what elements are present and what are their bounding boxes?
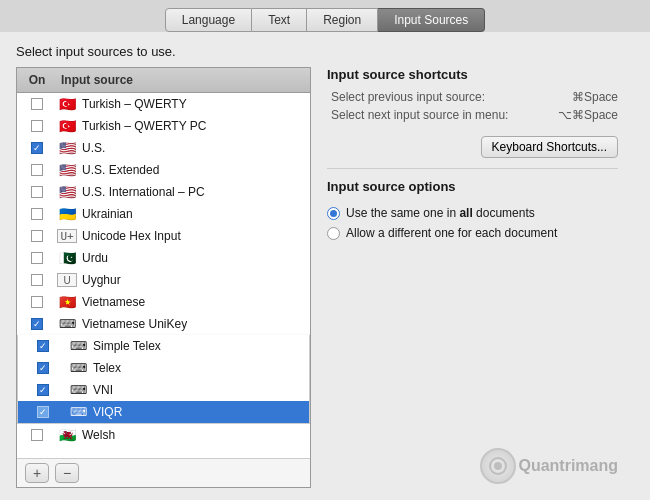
flag-urdu: 🇵🇰 — [57, 251, 77, 265]
flag-vietnamese: 🇻🇳 — [57, 295, 77, 309]
item-label-us: U.S. — [82, 141, 310, 155]
list-item[interactable]: U+ Unicode Hex Input — [17, 225, 310, 247]
watermark-icon — [480, 448, 516, 484]
list-item[interactable]: 🇺🇸 U.S. — [17, 137, 310, 159]
flag-us-extended: 🇺🇸 — [57, 163, 77, 177]
list-item[interactable]: 🇹🇷 Turkish – QWERTY PC — [17, 115, 310, 137]
checkbox-cell[interactable] — [17, 164, 57, 176]
checkbox-cell[interactable] — [17, 252, 57, 264]
tab-bar: Language Text Region Input Sources — [0, 0, 650, 32]
radio-row-different[interactable]: Allow a different one for each document — [327, 226, 618, 240]
checkbox-cell[interactable] — [18, 406, 68, 418]
tab-region[interactable]: Region — [307, 8, 378, 32]
list-header-source: Input source — [57, 71, 310, 89]
item-label-uyghur: Uyghur — [82, 273, 310, 287]
checkbox-cell[interactable] — [17, 429, 57, 441]
dropdown-item[interactable]: ⌨ Simple Telex — [18, 335, 309, 357]
checkbox-cell[interactable] — [17, 318, 57, 330]
dropdown-item-selected[interactable]: ⌨ VIQR — [18, 401, 309, 423]
tab-text[interactable]: Text — [252, 8, 307, 32]
radio-row-same[interactable]: Use the same one in all documents — [327, 206, 618, 220]
item-label-turkish-qwerty-pc: Turkish – QWERTY PC — [82, 119, 310, 133]
checkbox-cell[interactable] — [17, 296, 57, 308]
list-item[interactable]: U Uyghur — [17, 269, 310, 291]
list-body[interactable]: 🇹🇷 Turkish – QWERTY 🇹🇷 Turkish – QWERTY … — [17, 93, 310, 458]
flag-us-intl: 🇺🇸 — [57, 185, 77, 199]
list-item[interactable]: ⌨ Vietnamese UniKey — [17, 313, 310, 335]
item-label-viqr: VIQR — [93, 405, 309, 419]
checkbox-us[interactable] — [31, 142, 43, 154]
flag-turkish-qwerty-pc: 🇹🇷 — [57, 119, 77, 133]
list-item[interactable]: 🇺🇸 U.S. Extended — [17, 159, 310, 181]
right-panel: Input source shortcuts Select previous i… — [311, 67, 634, 488]
shortcut-row-next: Select next input source in menu: ⌥⌘Spac… — [327, 108, 618, 122]
checkbox-vni[interactable] — [37, 384, 49, 396]
checkbox-welsh[interactable] — [31, 429, 43, 441]
checkbox-us-intl[interactable] — [31, 186, 43, 198]
radio-label-same-all: Use the same one in all documents — [346, 206, 535, 220]
svg-point-0 — [494, 462, 502, 470]
shortcut-key-next: ⌥⌘Space — [558, 108, 618, 122]
checkbox-cell[interactable] — [17, 120, 57, 132]
checkbox-cell[interactable] — [17, 98, 57, 110]
checkbox-telex[interactable] — [37, 362, 49, 374]
dropdown-item[interactable]: ⌨ Telex — [18, 357, 309, 379]
input-source-list: On Input source 🇹🇷 Turkish – QWERTY — [16, 67, 311, 488]
shortcuts-title: Input source shortcuts — [327, 67, 618, 82]
list-item[interactable]: 🇺🇦 Ukrainian — [17, 203, 310, 225]
checkbox-vietnamese[interactable] — [31, 296, 43, 308]
checkbox-viet-unikey[interactable] — [31, 318, 43, 330]
list-item[interactable]: 🇵🇰 Urdu — [17, 247, 310, 269]
checkbox-turkish-qwerty-pc[interactable] — [31, 120, 43, 132]
checkbox-cell[interactable] — [17, 142, 57, 154]
flag-ukrainian: 🇺🇦 — [57, 207, 77, 221]
checkbox-cell[interactable] — [17, 274, 57, 286]
gear-icon — [488, 456, 508, 476]
flag-simple-telex: ⌨ — [68, 339, 88, 353]
checkbox-urdu[interactable] — [31, 252, 43, 264]
watermark-area: Quantrimang — [327, 246, 618, 488]
checkbox-ukrainian[interactable] — [31, 208, 43, 220]
list-item[interactable]: 🏴󠁧󠁢󠁷󠁬󠁳󠁿 Welsh — [17, 424, 310, 446]
radio-label-different-each: Allow a different one for each document — [346, 226, 557, 240]
checkbox-cell[interactable] — [17, 208, 57, 220]
flag-turkish-qwerty: 🇹🇷 — [57, 97, 77, 111]
checkbox-cell[interactable] — [17, 186, 57, 198]
tab-language[interactable]: Language — [165, 8, 252, 32]
keyboard-shortcuts-button[interactable]: Keyboard Shortcuts... — [481, 136, 618, 158]
checkbox-cell[interactable] — [18, 340, 68, 352]
flag-uyghur: U — [57, 273, 77, 287]
dropdown-item[interactable]: ⌨ VNI — [18, 379, 309, 401]
tab-input-sources[interactable]: Input Sources — [378, 8, 485, 32]
select-label: Select input sources to use. — [16, 44, 634, 59]
radio-different-each[interactable] — [327, 227, 340, 240]
checkbox-viqr[interactable] — [37, 406, 49, 418]
divider — [327, 168, 618, 169]
flag-us: 🇺🇸 — [57, 141, 77, 155]
checkbox-cell[interactable] — [17, 230, 57, 242]
checkbox-cell[interactable] — [18, 362, 68, 374]
main-area: On Input source 🇹🇷 Turkish – QWERTY — [16, 67, 634, 488]
checkbox-cell[interactable] — [18, 384, 68, 396]
content-area: Select input sources to use. On Input so… — [0, 32, 650, 500]
checkbox-simple-telex[interactable] — [37, 340, 49, 352]
remove-button[interactable]: − — [55, 463, 79, 483]
shortcut-label-next: Select next input source in menu: — [331, 108, 508, 122]
item-label-telex: Telex — [93, 361, 309, 375]
checkbox-turkish-qwerty[interactable] — [31, 98, 43, 110]
checkbox-uyghur[interactable] — [31, 274, 43, 286]
list-item[interactable]: 🇹🇷 Turkish – QWERTY — [17, 93, 310, 115]
options-section: Use the same one in all documents Allow … — [327, 206, 618, 246]
shortcut-key-prev: ⌘Space — [572, 90, 618, 104]
list-item[interactable]: 🇺🇸 U.S. International – PC — [17, 181, 310, 203]
checkbox-us-extended[interactable] — [31, 164, 43, 176]
radio-same-all[interactable] — [327, 207, 340, 220]
item-label-vni: VNI — [93, 383, 309, 397]
bottom-bar: + − — [17, 458, 310, 487]
item-label-us-extended: U.S. Extended — [82, 163, 310, 177]
add-button[interactable]: + — [25, 463, 49, 483]
flag-viet-unikey: ⌨ — [57, 317, 77, 331]
list-item[interactable]: 🇻🇳 Vietnamese — [17, 291, 310, 313]
checkbox-unicode-hex[interactable] — [31, 230, 43, 242]
flag-unicode-hex: U+ — [57, 229, 77, 243]
